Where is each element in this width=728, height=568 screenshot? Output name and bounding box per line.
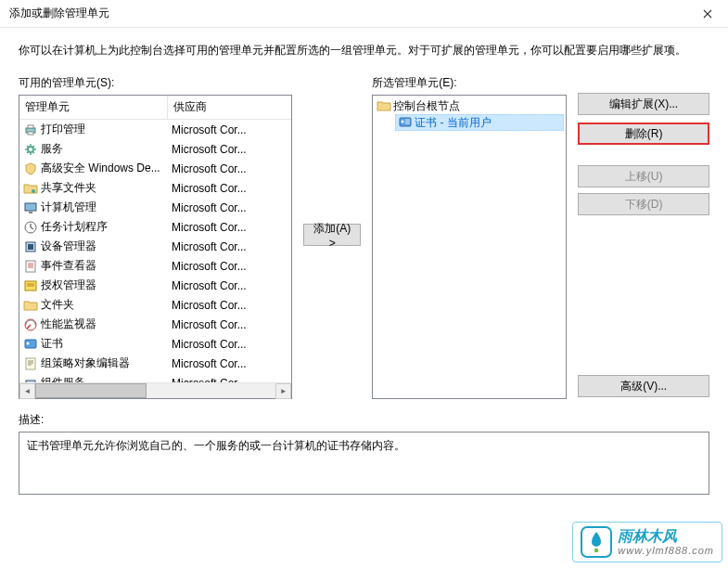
scroll-left-button[interactable]: ◄ bbox=[19, 383, 35, 399]
list-item-name: 组策略对象编辑器 bbox=[41, 355, 130, 371]
list-item-name: 文件夹 bbox=[41, 297, 74, 313]
list-item-name: 任务计划程序 bbox=[41, 219, 108, 235]
scroll-right-button[interactable]: ► bbox=[275, 383, 291, 399]
list-item-name: 共享文件夹 bbox=[41, 180, 96, 196]
svg-point-20 bbox=[402, 121, 404, 123]
svg-point-4 bbox=[32, 189, 35, 193]
list-item-name: 授权管理器 bbox=[41, 278, 96, 293]
auth-icon bbox=[23, 278, 38, 293]
list-item-name: 事件查看器 bbox=[41, 258, 96, 274]
list-item[interactable]: 性能监视器Microsoft Cor... bbox=[19, 315, 291, 334]
description-label: 描述: bbox=[19, 412, 709, 428]
list-item-vendor: Microsoft Cor... bbox=[168, 123, 291, 136]
horizontal-scrollbar[interactable]: ◄ ► bbox=[19, 382, 291, 398]
event-icon bbox=[23, 259, 38, 274]
available-list[interactable]: 管理单元 供应商 打印管理Microsoft Cor...服务Microsoft… bbox=[19, 95, 292, 399]
monitor-icon bbox=[23, 200, 38, 215]
list-item[interactable]: 文件夹Microsoft Cor... bbox=[19, 295, 291, 315]
svg-point-22 bbox=[594, 549, 598, 552]
watermark-line1: 雨林木风 bbox=[618, 527, 714, 545]
svg-point-14 bbox=[27, 342, 30, 344]
advanced-button[interactable]: 高级(V)... bbox=[578, 375, 709, 397]
tree-root-label: 控制台根节点 bbox=[393, 98, 460, 114]
list-item-name: 证书 bbox=[41, 336, 63, 352]
folder-icon bbox=[23, 298, 38, 313]
list-item-vendor: Microsoft Cor... bbox=[168, 182, 291, 195]
svg-rect-1 bbox=[28, 125, 33, 128]
list-item[interactable]: 服务Microsoft Cor... bbox=[19, 139, 291, 159]
available-label: 可用的管理单元(S): bbox=[19, 75, 292, 91]
svg-rect-9 bbox=[28, 244, 33, 250]
watermark-line2: www.ylmf888.com bbox=[618, 545, 714, 557]
list-item-vendor: Microsoft Cor... bbox=[168, 260, 291, 273]
list-item-vendor: Microsoft Cor... bbox=[168, 318, 291, 331]
tree-child-label: 证书 - 当前用户 bbox=[415, 115, 492, 131]
shield-icon bbox=[23, 161, 38, 176]
list-item[interactable]: 证书Microsoft Cor... bbox=[19, 334, 291, 354]
cert-icon bbox=[398, 115, 413, 130]
svg-rect-2 bbox=[28, 132, 33, 135]
list-item-name: 计算机管理 bbox=[41, 200, 96, 215]
device-icon bbox=[23, 239, 38, 254]
svg-rect-6 bbox=[29, 212, 32, 213]
list-item[interactable]: 事件查看器Microsoft Cor... bbox=[19, 256, 291, 276]
list-item[interactable]: 组策略对象编辑器Microsoft Cor... bbox=[19, 354, 291, 373]
folder-icon bbox=[377, 98, 391, 113]
list-item-name: 性能监视器 bbox=[41, 316, 96, 332]
list-item-name: 高级安全 Windows De... bbox=[41, 161, 160, 176]
selected-tree[interactable]: 控制台根节点 证书 - 当前用户 bbox=[372, 95, 567, 399]
cert-icon bbox=[23, 337, 38, 352]
folder-share-icon bbox=[23, 181, 38, 196]
list-item-vendor: Microsoft Cor... bbox=[168, 143, 291, 156]
list-item[interactable]: 任务计划程序Microsoft Cor... bbox=[19, 217, 291, 237]
add-button[interactable]: 添加(A) > bbox=[303, 224, 361, 246]
list-item-vendor: Microsoft Cor... bbox=[168, 299, 291, 312]
list-item-vendor: Microsoft Cor... bbox=[168, 162, 291, 175]
available-header: 管理单元 供应商 bbox=[19, 96, 291, 120]
tree-child-cert[interactable]: 证书 - 当前用户 bbox=[395, 114, 564, 131]
top-description: 你可以在计算机上为此控制台选择可用的管理单元并配置所选的一组管理单元。对于可扩展… bbox=[19, 43, 709, 58]
policy-icon bbox=[23, 356, 38, 371]
list-item-vendor: Microsoft Cor... bbox=[168, 357, 291, 370]
move-down-button[interactable]: 下移(D) bbox=[578, 193, 709, 215]
watermark-logo-icon bbox=[581, 526, 612, 558]
list-item-name: 设备管理器 bbox=[41, 239, 96, 254]
column-vendor[interactable]: 供应商 bbox=[168, 96, 291, 119]
list-item-vendor: Microsoft Cor... bbox=[168, 240, 291, 253]
perf-icon bbox=[23, 317, 38, 332]
selected-label: 所选管理单元(E): bbox=[372, 75, 567, 91]
list-item[interactable]: 共享文件夹Microsoft Cor... bbox=[19, 178, 291, 198]
gear-icon bbox=[23, 142, 38, 157]
remove-button[interactable]: 删除(R) bbox=[578, 123, 709, 145]
list-item-vendor: Microsoft Cor... bbox=[168, 279, 291, 292]
list-item[interactable]: 计算机管理Microsoft Cor... bbox=[19, 198, 291, 217]
list-item[interactable]: 设备管理器Microsoft Cor... bbox=[19, 237, 291, 256]
list-item-vendor: Microsoft Cor... bbox=[168, 338, 291, 351]
titlebar: 添加或删除管理单元 bbox=[0, 0, 728, 28]
tree-root[interactable]: 控制台根节点 bbox=[375, 97, 564, 114]
description-text: 证书管理单元允许你浏览自己的、一个服务的或一台计算机的证书存储内容。 bbox=[27, 439, 405, 452]
description-box: 证书管理单元允许你浏览自己的、一个服务的或一台计算机的证书存储内容。 bbox=[19, 432, 709, 495]
list-item[interactable]: 高级安全 Windows De...Microsoft Cor... bbox=[19, 159, 291, 178]
svg-rect-15 bbox=[26, 358, 35, 369]
list-item-vendor: Microsoft Cor... bbox=[168, 221, 291, 234]
svg-rect-10 bbox=[26, 261, 35, 272]
move-up-button[interactable]: 上移(U) bbox=[578, 165, 709, 187]
list-item-name: 服务 bbox=[41, 141, 63, 157]
list-item[interactable]: 授权管理器Microsoft Cor... bbox=[19, 276, 291, 295]
svg-rect-5 bbox=[25, 203, 36, 211]
watermark: 雨林木风 www.ylmf888.com bbox=[572, 522, 722, 562]
list-item-name: 打印管理 bbox=[41, 122, 85, 137]
window-title: 添加或删除管理单元 bbox=[9, 6, 109, 21]
list-item[interactable]: 打印管理Microsoft Cor... bbox=[19, 120, 291, 139]
clock-icon bbox=[23, 220, 38, 235]
scroll-thumb[interactable] bbox=[35, 383, 147, 398]
list-item-vendor: Microsoft Cor... bbox=[168, 201, 291, 214]
svg-point-3 bbox=[28, 147, 33, 152]
close-button[interactable] bbox=[686, 0, 728, 28]
edit-extensions-button[interactable]: 编辑扩展(X)... bbox=[578, 93, 709, 115]
printer-icon bbox=[23, 123, 38, 137]
column-snapin[interactable]: 管理单元 bbox=[19, 96, 168, 119]
close-icon bbox=[703, 9, 712, 19]
